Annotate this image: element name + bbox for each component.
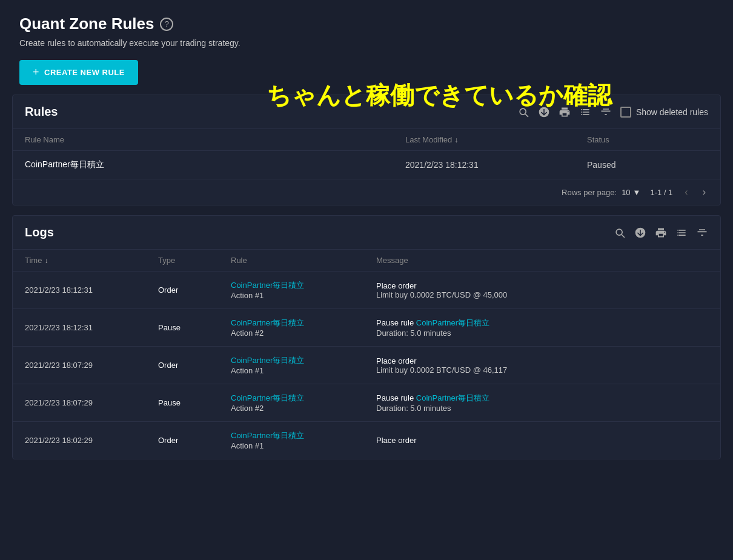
logs-columns-icon[interactable] <box>675 227 688 239</box>
rules-filter-icon[interactable] <box>600 106 612 118</box>
last-modified-header[interactable]: Last Modified ↓ <box>405 135 587 144</box>
logs-download-icon[interactable] <box>634 227 646 239</box>
show-deleted-checkbox[interactable] <box>620 107 631 118</box>
plus-icon: + <box>33 66 39 79</box>
logs-section: Logs Time ↓ Type Ru <box>12 215 721 459</box>
rows-select-chevron: ▼ <box>633 188 641 197</box>
status-cell: Paused <box>587 160 708 170</box>
log-time-3: 2021/2/23 18:07:29 <box>25 361 158 370</box>
page-subtitle: Create rules to automatically execute yo… <box>19 38 714 48</box>
type-header: Type <box>158 256 231 265</box>
log-rule-1: CoinPartner毎日積立 Action #1 <box>231 280 376 300</box>
rules-columns-icon[interactable] <box>579 106 591 118</box>
show-deleted-toggle[interactable]: Show deleted rules <box>620 107 708 118</box>
logs-filter-icon[interactable] <box>696 227 708 239</box>
rule-col-header: Rule <box>231 256 376 265</box>
message-rule-link-4[interactable]: CoinPartner毎日積立 <box>416 393 489 402</box>
rules-table-header: Rule Name Last Modified ↓ Status <box>13 129 720 151</box>
create-new-rule-button[interactable]: + CREATE NEW RULE <box>19 60 138 85</box>
rules-section-actions: Show deleted rules <box>517 106 708 118</box>
log-rule-3: CoinPartner毎日積立 Action #1 <box>231 355 376 375</box>
rows-per-page: Rows per page: 10 ▼ <box>562 188 640 197</box>
logs-table-header: Time ↓ Type Rule Message <box>13 250 720 272</box>
log-rule-link-4[interactable]: CoinPartner毎日積立 <box>231 393 376 404</box>
log-time-5: 2021/2/23 18:02:29 <box>25 436 158 445</box>
logs-section-title: Logs <box>25 225 54 239</box>
logs-section-header: Logs <box>13 216 720 250</box>
log-rule-action-4: Action #2 <box>231 404 376 413</box>
log-message-4: Pause rule CoinPartner毎日積立 Duration: 5.0… <box>376 393 708 413</box>
show-deleted-label: Show deleted rules <box>636 107 708 117</box>
page-title: Quant Zone Rules <box>19 15 154 33</box>
rules-table-footer: Rows per page: 10 ▼ 1-1 / 1 ‹ › <box>13 179 720 205</box>
log-rule-4: CoinPartner毎日積立 Action #2 <box>231 393 376 413</box>
log-rule-action-3: Action #1 <box>231 366 376 375</box>
rule-name-cell: CoinPartner毎日積立 <box>25 159 405 170</box>
rows-per-page-select[interactable]: 10 ▼ <box>622 188 640 197</box>
next-page-button[interactable]: › <box>700 185 708 199</box>
message-header: Message <box>376 256 708 265</box>
log-rule-5: CoinPartner毎日積立 Action #1 <box>231 430 376 450</box>
log-rule-action-1: Action #1 <box>231 291 376 300</box>
log-type-4: Pause <box>158 398 231 407</box>
table-row: 2021/2/23 18:12:31 Order CoinPartner毎日積立… <box>13 272 720 309</box>
log-rule-link-5[interactable]: CoinPartner毎日積立 <box>231 430 376 441</box>
table-row: 2021/2/23 18:12:31 Pause CoinPartner毎日積立… <box>13 309 720 347</box>
rules-section-title: Rules <box>25 105 58 119</box>
logs-section-actions <box>614 227 708 239</box>
table-row: 2021/2/23 18:02:29 Order CoinPartner毎日積立… <box>13 422 720 459</box>
log-message-2: Pause rule CoinPartner毎日積立 Duration: 5.0… <box>376 318 708 338</box>
rules-print-icon[interactable] <box>559 106 571 118</box>
log-rule-action-2: Action #2 <box>231 328 376 338</box>
log-message-5: Place order <box>376 436 708 445</box>
log-message-1: Place order Limit buy 0.0002 BTC/USD @ 4… <box>376 281 708 299</box>
log-message-3: Place order Limit buy 0.0002 BTC/USD @ 4… <box>376 356 708 375</box>
log-rule-link-1[interactable]: CoinPartner毎日積立 <box>231 280 376 291</box>
create-button-label: CREATE NEW RULE <box>44 68 125 77</box>
time-sort-arrow: ↓ <box>44 256 48 265</box>
sort-arrow-icon: ↓ <box>454 136 458 144</box>
log-type-1: Order <box>158 285 231 295</box>
table-row: 2021/2/23 18:07:29 Pause CoinPartner毎日積立… <box>13 384 720 422</box>
message-rule-link-2[interactable]: CoinPartner毎日積立 <box>416 318 489 327</box>
last-modified-cell: 2021/2/23 18:12:31 <box>405 160 587 170</box>
rules-download-icon[interactable] <box>538 106 550 118</box>
logs-print-icon[interactable] <box>655 227 667 239</box>
log-type-3: Order <box>158 361 231 370</box>
table-row: CoinPartner毎日積立 2021/2/23 18:12:31 Pause… <box>13 151 720 179</box>
log-rule-2: CoinPartner毎日積立 Action #2 <box>231 318 376 338</box>
prev-page-button[interactable]: ‹ <box>682 185 690 199</box>
log-rule-action-5: Action #1 <box>231 441 376 450</box>
log-type-5: Order <box>158 436 231 445</box>
log-rule-link-2[interactable]: CoinPartner毎日積立 <box>231 318 376 328</box>
rules-search-icon[interactable] <box>517 106 529 118</box>
logs-search-icon[interactable] <box>614 227 626 239</box>
log-time-2: 2021/2/23 18:12:31 <box>25 323 158 332</box>
rules-section-header: Rules Show deleted rules <box>13 95 720 129</box>
log-rule-link-3[interactable]: CoinPartner毎日積立 <box>231 355 376 366</box>
rows-per-page-label: Rows per page: <box>562 188 617 197</box>
pagination-info: 1-1 / 1 <box>650 188 672 197</box>
log-time-4: 2021/2/23 18:07:29 <box>25 398 158 407</box>
help-icon[interactable]: ? <box>160 18 173 31</box>
rules-section: Rules Show deleted rules R <box>12 95 721 205</box>
log-time-1: 2021/2/23 18:12:31 <box>25 285 158 295</box>
log-type-2: Pause <box>158 323 231 332</box>
status-header: Status <box>587 135 708 144</box>
rule-name-header: Rule Name <box>25 135 405 144</box>
table-row: 2021/2/23 18:07:29 Order CoinPartner毎日積立… <box>13 347 720 384</box>
time-header[interactable]: Time ↓ <box>25 256 158 265</box>
